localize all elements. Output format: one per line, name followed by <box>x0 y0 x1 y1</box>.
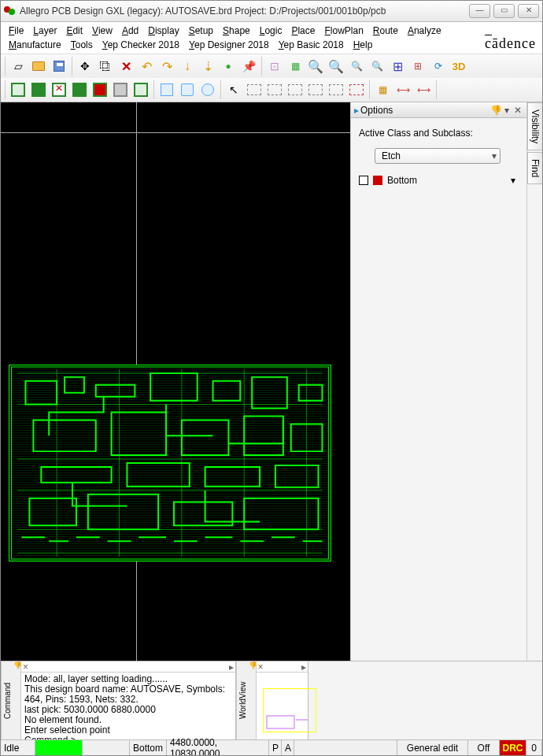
grid-button[interactable]: ▦ <box>285 56 305 76</box>
menu-file[interactable]: File <box>4 24 28 38</box>
cline-4-button[interactable] <box>305 80 326 100</box>
menu-edit[interactable]: Edit <box>61 24 87 38</box>
pin-button[interactable]: 📌 <box>238 56 259 76</box>
wv-expand-icon[interactable]: ▸ <box>301 662 306 672</box>
cmd-expand-icon[interactable]: ▸ <box>229 662 234 672</box>
menu-place[interactable]: Place <box>286 24 320 38</box>
copy-button[interactable]: ⿻ <box>95 56 116 76</box>
zoom-window-button[interactable]: ⊡ <box>264 56 285 76</box>
status-progress <box>35 740 83 755</box>
menu-display[interactable]: Display <box>143 24 183 38</box>
layer-2-button[interactable] <box>28 80 49 100</box>
shape-poly-button[interactable] <box>177 80 198 100</box>
subclass-value: Bottom <box>387 175 417 186</box>
command-pin-strip[interactable]: 👎 <box>13 662 21 739</box>
save-button[interactable] <box>49 56 69 76</box>
marker-button[interactable]: ● <box>218 56 238 76</box>
status-drc[interactable]: DRC <box>500 740 526 755</box>
3d-view-button[interactable]: 3D <box>449 56 469 76</box>
worldview-label: WorldView <box>236 662 249 739</box>
layer-3-button[interactable] <box>49 80 69 100</box>
cline-5-button[interactable] <box>326 80 346 100</box>
pin-panel-icon[interactable]: 👎 <box>490 105 501 116</box>
menu-view[interactable]: View <box>87 24 117 38</box>
zoom-out-button[interactable]: 🔍 <box>346 56 367 76</box>
visibility-tab[interactable]: Visibility <box>527 102 542 150</box>
cline-del-button[interactable] <box>346 80 367 100</box>
layer-4-button[interactable] <box>69 80 90 100</box>
crosshair-horizontal <box>1 132 350 133</box>
refresh-button[interactable]: ⟳ <box>428 56 449 76</box>
status-idle: Idle <box>1 740 35 755</box>
svg-rect-1 <box>267 716 294 728</box>
status-bar: Idle Bottom 4480.0000, 10830.0000 P A Ge… <box>1 739 542 755</box>
place-button[interactable]: ↓ <box>177 56 198 76</box>
zoom-world-button[interactable]: ⊞ <box>408 56 428 76</box>
move-button[interactable]: ✥ <box>75 56 95 76</box>
shape-rect-button[interactable] <box>157 80 177 100</box>
layer-1-button[interactable] <box>8 80 28 100</box>
layer-5-button[interactable] <box>90 80 110 100</box>
maximize-button[interactable]: ▭ <box>493 4 515 18</box>
menu-help[interactable]: Help <box>349 38 378 52</box>
menu-yep-checker-2018[interactable]: Yep Checker 2018 <box>98 38 184 52</box>
menu-yep-basic-2018[interactable]: Yep Basic 2018 <box>274 38 349 52</box>
status-a-button[interactable]: A <box>282 740 294 755</box>
menu-analyze[interactable]: Analyze <box>403 24 446 38</box>
visibility-swatch[interactable] <box>359 176 368 185</box>
worldview-pin-strip[interactable]: 👎 <box>249 662 257 739</box>
menu-layer[interactable]: Layer <box>28 24 61 38</box>
delete-button[interactable]: ✕ <box>116 56 136 76</box>
wv-close-icon[interactable]: × <box>258 662 264 672</box>
zoom-sel-button[interactable]: ⊞ <box>387 56 408 76</box>
subclass-dropdown-icon[interactable]: ▾ <box>511 175 515 186</box>
menu-manufacture[interactable]: Manufacture <box>4 38 66 52</box>
cmd-close-icon[interactable]: × <box>23 662 28 672</box>
status-off: Off <box>468 740 500 755</box>
color-swatch[interactable] <box>373 176 382 185</box>
new-file-button[interactable]: ▱ <box>8 56 28 76</box>
cline-2-button[interactable] <box>264 80 285 100</box>
undo-button[interactable]: ↶ <box>136 56 157 76</box>
menu-route[interactable]: Route <box>368 24 403 38</box>
minimize-button[interactable]: — <box>469 4 490 18</box>
layer-disabled-button <box>110 80 131 100</box>
zoom-prev-button[interactable]: 🔍 <box>367 56 387 76</box>
cline-1-button[interactable] <box>244 80 264 100</box>
menu-add[interactable]: Add <box>117 24 143 38</box>
find-tab[interactable]: Find <box>527 152 542 184</box>
menu-setup[interactable]: Setup <box>184 24 218 38</box>
dim-v-button[interactable]: ⟷ <box>413 80 434 100</box>
class-combo[interactable]: Etch <box>375 148 501 164</box>
menu-flowplan[interactable]: FlowPlan <box>320 24 368 38</box>
open-file-button[interactable] <box>28 56 49 76</box>
status-p-button[interactable]: P <box>269 740 282 755</box>
active-class-label: Active Class and Subclass: <box>359 128 519 139</box>
layer-6-button[interactable] <box>131 80 151 100</box>
close-panel-icon[interactable]: ✕ <box>512 105 523 116</box>
close-button[interactable]: ✕ <box>518 4 539 18</box>
menu-tools[interactable]: Tools <box>66 38 98 52</box>
command-panel-label: Command <box>1 662 13 739</box>
shape-circle-button[interactable] <box>198 80 218 100</box>
redo-button[interactable]: ↷ <box>157 56 177 76</box>
cline-3-button[interactable] <box>285 80 305 100</box>
select-button[interactable]: ↖ <box>223 80 244 100</box>
design-canvas[interactable] <box>1 102 350 661</box>
dim-h-button[interactable]: ⟷ <box>393 80 413 100</box>
pcb-board-view <box>9 365 331 561</box>
toolbar-1: ▱ ✥ ⿻ ✕ ↶ ↷ ↓ ⇣ ● 📌 ⊡ ▦ 🔍 🔍 🔍 🔍 ⊞ ⊞ ⟳ 3D <box>1 54 542 78</box>
zoom-in-button[interactable]: 🔍 <box>326 56 346 76</box>
dropdown-panel-icon[interactable]: ▾ <box>501 105 512 116</box>
options-title: Options <box>360 105 393 116</box>
zoom-fit-button[interactable]: 🔍 <box>305 56 326 76</box>
menu-bar: FileLayerEditViewAddDisplaySetupShapeLog… <box>1 22 542 54</box>
place-alt-button[interactable]: ⇣ <box>198 56 218 76</box>
app-icon <box>4 5 17 17</box>
chevron-icon: ▸ <box>354 105 359 116</box>
menu-shape[interactable]: Shape <box>218 24 255 38</box>
title-bar: Allegro PCB Design GXL (legacy): AUTOSAV… <box>1 1 542 22</box>
menu-yep-designer-2018[interactable]: Yep Designer 2018 <box>184 38 274 52</box>
menu-logic[interactable]: Logic <box>255 24 287 38</box>
constraint-button[interactable]: ▦ <box>372 80 393 100</box>
